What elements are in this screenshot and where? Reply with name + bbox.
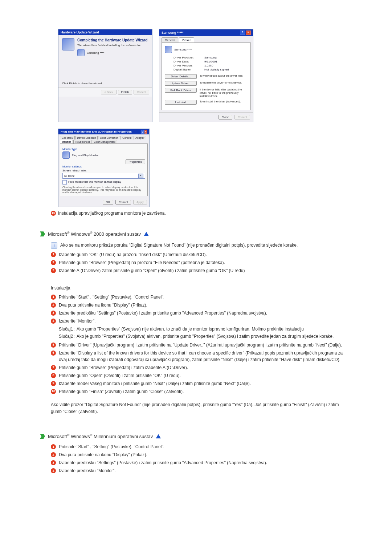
arrow-right-icon — [40, 231, 45, 236]
label-signer: Digital Signer: — [173, 68, 204, 71]
install-step4-case2: Slučaj2 : Ako je gumb "Properties" (Svoj… — [59, 333, 345, 340]
tab-troubleshoot[interactable]: Troubleshoot — [73, 140, 92, 143]
help-icon[interactable]: ? — [240, 31, 245, 35]
driver-properties-dialog: Samsung ***** ? × General Driver Samsung… — [159, 29, 253, 122]
step-badge: 3 — [51, 311, 56, 316]
install-step4: Izaberite "Monitor". — [59, 318, 95, 324]
step-done-text: Instalacija upravljačkog programa monito… — [58, 210, 166, 216]
win2000-sig-step3: Izaberite A:(D:\Driver) zatim pritisnite… — [59, 267, 245, 274]
step-badge: 3 — [51, 268, 56, 273]
install-step10: Pritisnite gumb "Finish" (Završiti) i za… — [59, 388, 184, 395]
step-badge: 2 — [51, 260, 56, 265]
close-icon[interactable]: × — [246, 31, 251, 35]
tab-color-mgmt[interactable]: Color Management — [92, 140, 117, 143]
help-icon[interactable]: ? — [141, 130, 144, 134]
install-step2: Dva puta pritisnite na ikonu "Display" (… — [59, 302, 147, 308]
step-badge: 2 — [51, 452, 56, 457]
hide-modes-note: Clearing this check box allows you to se… — [62, 186, 145, 194]
cancel-button[interactable]: Cancel — [115, 200, 131, 204]
step-badge: 9 — [51, 381, 56, 386]
apply-button[interactable]: Apply — [133, 200, 147, 204]
monitor-properties-dialog: Plug and Play Monitor and 3D Prophet III… — [58, 129, 150, 207]
install-step5: Pritisnite "Driver" (Upravljački program… — [59, 342, 342, 348]
install-step6: Izaberite "Display a list of the known d… — [59, 350, 345, 363]
driver-details-button[interactable]: Driver Details... — [165, 74, 197, 79]
step-badge: 5 — [51, 343, 56, 348]
winme-heading: Microsoft® Windows® Millennium operativn… — [48, 433, 153, 439]
driver-device-name: Samsung **** — [174, 48, 192, 51]
tab-general[interactable]: General — [121, 136, 133, 139]
arrow-up-icon[interactable] — [144, 232, 149, 236]
driver-details-desc: To view details about the driver files. — [200, 74, 248, 77]
wizard-finish-hint: Click Finish to close the wizard. — [62, 82, 148, 85]
rollback-driver-button[interactable]: Roll Back Driver — [165, 88, 197, 93]
tab-general[interactable]: General — [162, 37, 178, 42]
step-badge: 6 — [51, 351, 56, 356]
tab-driver[interactable]: Driver — [179, 37, 194, 42]
wizard-titlebar: Hardware Update Wizard — [58, 29, 152, 35]
monitor-type-value: Plug and Play Monitor — [72, 154, 98, 157]
winme-step2: Dva puta pritisnite na ikonu "Display" (… — [59, 451, 147, 458]
tab-adapter[interactable]: Adapter — [134, 136, 146, 139]
properties-button[interactable]: Properties — [126, 159, 145, 164]
value-date: 9/11/2001 — [204, 60, 217, 63]
wizard-title: Hardware Update Wizard — [61, 31, 99, 34]
update-driver-button[interactable]: Update Driver... — [165, 81, 197, 86]
update-driver-desc: To update the driver for this device. — [200, 81, 248, 84]
install-step1: Pritisnite "Start" , "Setting" (Postavke… — [59, 294, 164, 300]
install-heading: Instalacija — [51, 285, 345, 292]
step-badge: 4 — [51, 468, 56, 473]
back-button[interactable]: < Back — [101, 90, 117, 94]
wizard-icon — [62, 38, 74, 50]
driver-title: Samsung ***** — [162, 31, 184, 35]
step-badge: 8 — [51, 373, 56, 378]
win2000-intro: Ako se na monitoru prikaže poruka "Digit… — [60, 242, 298, 249]
tab-monitor[interactable]: Monitor — [60, 140, 73, 143]
group-monitor-settings: Monitor settings — [62, 165, 145, 168]
info-icon: i — [51, 242, 57, 249]
install-step3: Izaberite predlošku "Settings" (Postavke… — [59, 310, 267, 316]
install-step7: Pritisnite gumb "Browse" (Pregledati) i … — [59, 364, 188, 371]
refresh-rate-label: Screen refresh rate: — [62, 169, 145, 172]
step-badge: 10 — [51, 389, 56, 394]
finish-button[interactable]: Finish — [118, 90, 132, 94]
label-provider: Driver Provider: — [173, 56, 204, 59]
monitor-icon — [165, 46, 172, 53]
monitor-props-title: Plug and Play Monitor and 3D Prophet III… — [61, 130, 132, 133]
uninstall-button[interactable]: Uninstall — [165, 100, 197, 105]
step-badge: 4 — [51, 319, 56, 324]
label-version: Driver Version: — [173, 64, 204, 67]
winme-step1: Pritisnite "Start" , "Setting" (Postavke… — [59, 443, 164, 450]
install-step9: Izaberite model Vašeg monitora i pritisn… — [59, 380, 251, 387]
cancel-button[interactable]: Cancel — [234, 115, 250, 119]
hardware-update-wizard: Hardware Update Wizard Completing the Ha… — [58, 29, 152, 122]
step-badge: 1 — [51, 444, 56, 449]
wizard-device: Samsung **** — [87, 51, 104, 54]
install-step8: Pritisnite gumb "Open" (Otvoriti) i zati… — [59, 372, 181, 379]
value-provider: Samsung — [204, 56, 217, 59]
monitor-icon — [62, 151, 70, 159]
winme-step3: Izaberite predlošku "Settings" (Postavke… — [59, 459, 267, 466]
hide-modes-checkbox[interactable] — [62, 180, 67, 185]
tab-geforce[interactable]: GeForce3 — [60, 136, 75, 139]
driver-titlebar: Samsung ***** ? × — [159, 29, 253, 36]
step-badge: 3 — [51, 460, 56, 465]
winme-step4: Izaberite predlošku "Monitor". — [59, 467, 116, 474]
chevron-down-icon: ▾ — [138, 174, 143, 178]
ok-button[interactable]: OK — [103, 200, 114, 204]
tab-color-correction[interactable]: Color Correction — [98, 136, 120, 139]
label-date: Driver Date: — [173, 60, 204, 63]
group-monitor-type: Monitor type — [62, 147, 145, 151]
step-badge: 2 — [51, 303, 56, 308]
close-button[interactable]: Close — [219, 115, 232, 119]
monitor-icon — [77, 49, 85, 56]
step-badge: 1 — [51, 252, 56, 257]
cancel-button[interactable]: Cancel — [134, 90, 149, 94]
step-badge: 1 — [51, 295, 56, 300]
tab-device-selection[interactable]: Device Selection — [75, 136, 98, 139]
arrow-up-icon[interactable] — [156, 434, 161, 438]
close-icon[interactable]: × — [144, 130, 147, 134]
value-signer: Not digitally signed — [204, 68, 229, 71]
refresh-rate-select[interactable]: 60 Hertz ▾ — [62, 173, 145, 179]
wizard-heading: Completing the Hardware Update Wizard — [77, 38, 148, 42]
